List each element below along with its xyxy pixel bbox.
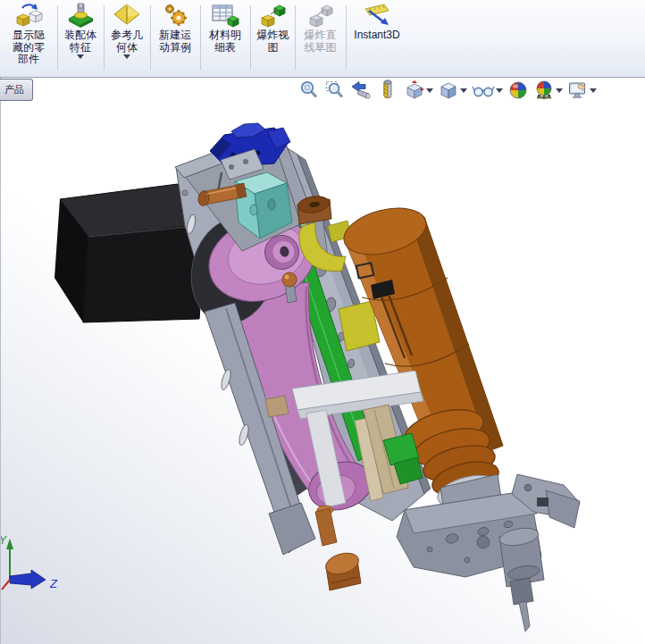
drill-bit bbox=[519, 601, 530, 631]
exploded-view-button[interactable]: 爆炸视 图 bbox=[252, 1, 294, 76]
view-orientation-button[interactable] bbox=[404, 79, 433, 101]
section-view-button[interactable] bbox=[378, 79, 399, 101]
zoom-to-fit-icon bbox=[298, 79, 320, 101]
button-label: 爆炸视 图 bbox=[257, 29, 289, 54]
button-label: 参考几 何体 bbox=[111, 29, 143, 54]
triad-y-label: Y bbox=[1, 534, 7, 547]
command-bar: 显示隐 藏的零 部件 装配体 特征 bbox=[0, 0, 645, 78]
zoom-to-fit-button[interactable] bbox=[298, 79, 320, 101]
document-tab-label: 产品 bbox=[4, 83, 24, 96]
view-settings-button[interactable] bbox=[567, 79, 597, 101]
bill-of-materials-button[interactable]: 材料明 细表 bbox=[202, 1, 248, 76]
dropdown-arrow-icon[interactable] bbox=[77, 54, 84, 59]
button-label: Instant3D bbox=[354, 29, 399, 42]
apply-scene-icon bbox=[533, 79, 555, 101]
toolbar-separator bbox=[150, 5, 151, 70]
hide-show-items-icon bbox=[472, 79, 495, 101]
part-drill-chuck[interactable] bbox=[477, 525, 544, 631]
dropdown-arrow-icon bbox=[460, 88, 467, 93]
instant3d-icon bbox=[362, 2, 392, 29]
toolbar-separator bbox=[250, 5, 251, 70]
reference-geometry-button[interactable]: 参考几 何体 bbox=[105, 1, 148, 76]
toolbar-separator bbox=[200, 5, 201, 70]
exploded-view-icon bbox=[258, 2, 289, 29]
reference-geometry-icon bbox=[112, 2, 142, 29]
new-motion-study-button[interactable]: 新建运 动算例 bbox=[152, 1, 198, 76]
button-label: 新建运 动算例 bbox=[159, 29, 191, 54]
hide-show-items-button[interactable] bbox=[472, 79, 503, 101]
assembly-model[interactable]: Y Z bbox=[1, 78, 645, 644]
button-label: 材料明 细表 bbox=[209, 29, 241, 54]
button-label: 爆炸直 线草图 bbox=[305, 29, 337, 54]
dropdown-arrow-icon bbox=[590, 88, 597, 93]
apply-scene-button[interactable] bbox=[533, 79, 563, 101]
display-style-button[interactable] bbox=[438, 79, 467, 101]
zoom-to-area-icon bbox=[324, 79, 346, 101]
dropdown-arrow-icon bbox=[556, 88, 563, 93]
part-copper-bolt[interactable] bbox=[315, 506, 361, 590]
assembly-features-button[interactable]: 装配体 特征 bbox=[59, 1, 102, 76]
edit-appearance-button[interactable] bbox=[507, 79, 529, 101]
dropdown-arrow-icon[interactable] bbox=[123, 54, 130, 59]
previous-view-button[interactable] bbox=[350, 79, 373, 101]
dropdown-arrow-icon bbox=[426, 88, 433, 93]
explode-line-sketch-icon bbox=[306, 2, 336, 29]
explode-line-sketch-button: 爆炸直 线草图 bbox=[297, 1, 344, 76]
view-orientation-icon bbox=[404, 79, 425, 101]
edit-appearance-icon bbox=[507, 79, 529, 101]
view-settings-icon bbox=[567, 79, 589, 101]
toolbar-separator bbox=[104, 5, 105, 70]
show-hide-components-icon bbox=[13, 2, 44, 29]
previous-view-icon bbox=[350, 79, 373, 101]
zoom-to-area-button[interactable] bbox=[324, 79, 346, 101]
toolbar-separator bbox=[295, 5, 296, 70]
document-tab[interactable]: 产品 bbox=[0, 79, 33, 101]
section-view-icon bbox=[378, 79, 399, 101]
bill-of-materials-icon bbox=[210, 2, 240, 29]
toolbar-separator bbox=[346, 5, 347, 70]
button-label: 显示隐 藏的零 部件 bbox=[13, 29, 45, 66]
orientation-triad: Y Z bbox=[1, 534, 58, 590]
solidworks-window: 显示隐 藏的零 部件 装配体 特征 bbox=[0, 0, 645, 644]
instant3d-button[interactable]: Instant3D bbox=[348, 1, 406, 76]
dropdown-arrow-icon bbox=[496, 88, 503, 93]
assembly-features-icon bbox=[65, 2, 96, 29]
triad-z-label: Z bbox=[49, 577, 58, 590]
button-label: 装配体 特征 bbox=[64, 29, 96, 54]
toolbar-separator bbox=[57, 5, 58, 70]
new-motion-study-icon bbox=[160, 2, 190, 29]
display-style-icon bbox=[438, 79, 459, 101]
show-hide-components-button[interactable]: 显示隐 藏的零 部件 bbox=[2, 1, 55, 76]
graphics-viewport[interactable]: Y Z bbox=[0, 78, 645, 644]
headsup-view-toolbar bbox=[298, 79, 597, 101]
